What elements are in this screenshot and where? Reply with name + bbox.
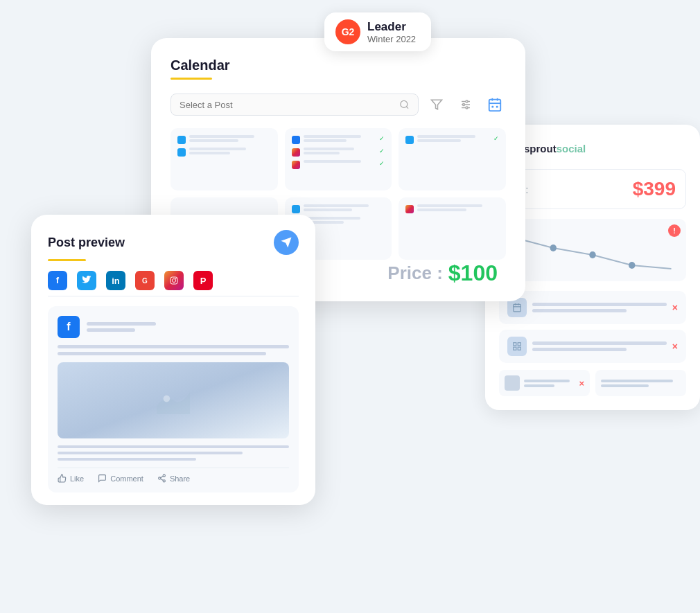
post-line xyxy=(304,217,360,220)
svg-rect-35 xyxy=(514,347,516,350)
send-button[interactable] xyxy=(274,230,299,255)
bottom-item-lines xyxy=(524,380,575,387)
post-bottom-lines xyxy=(58,445,289,461)
cal-cell-2: ✓ ✓ ✓ xyxy=(285,128,392,190)
text-line xyxy=(58,345,289,348)
cal-post-lines xyxy=(304,148,376,154)
cal-post-lines xyxy=(417,135,490,142)
bottom-line xyxy=(58,445,289,448)
tab-linkedin[interactable]: in xyxy=(106,271,125,290)
post-line xyxy=(304,152,340,154)
item-line xyxy=(532,309,627,312)
close-icon[interactable]: × xyxy=(672,302,678,313)
calendar-underline xyxy=(170,78,212,80)
svg-line-1 xyxy=(406,107,408,109)
comment-action[interactable]: Comment xyxy=(98,474,143,483)
svg-point-26 xyxy=(550,245,557,251)
post-image xyxy=(58,362,289,438)
instagram-icon xyxy=(292,148,300,157)
bottom-item-2 xyxy=(595,370,686,396)
cal-post xyxy=(405,204,499,213)
twitter-icon xyxy=(405,136,414,144)
close-icon-2[interactable]: × xyxy=(672,341,678,352)
search-icon xyxy=(399,99,410,110)
calendar-icon[interactable] xyxy=(484,94,506,116)
svg-point-23 xyxy=(163,480,165,482)
tab-maps[interactable]: G xyxy=(135,271,155,290)
svg-point-21 xyxy=(163,474,165,477)
sprout-price-row: ice : $399 xyxy=(499,169,686,209)
svg-rect-14 xyxy=(496,106,498,108)
bottom-item-1: × xyxy=(499,370,590,396)
filter-icon[interactable] xyxy=(426,94,448,116)
svg-point-6 xyxy=(466,100,468,103)
sprout-item-2: × xyxy=(499,330,686,363)
svg-rect-17 xyxy=(170,277,177,284)
user-sub-line xyxy=(87,328,135,332)
instagram-icon xyxy=(405,205,414,213)
post-line xyxy=(417,204,482,207)
tab-instagram[interactable] xyxy=(164,271,184,290)
bottom-line xyxy=(58,452,243,454)
tab-facebook[interactable]: f xyxy=(48,271,67,290)
post-line xyxy=(304,135,362,138)
tab-pinterest[interactable]: P xyxy=(193,271,213,290)
svg-point-18 xyxy=(173,279,176,283)
twitter-icon xyxy=(177,136,186,144)
search-input-wrap[interactable] xyxy=(170,94,419,116)
close-icon-3[interactable]: × xyxy=(579,378,584,389)
cal-post-lines xyxy=(189,135,271,142)
post-user-row: f xyxy=(58,316,289,338)
g2-logo-text: G2 xyxy=(342,26,355,37)
b-line xyxy=(601,380,673,382)
cal-post xyxy=(292,204,385,213)
post-avatar: f xyxy=(58,316,80,338)
svg-point-28 xyxy=(629,262,635,269)
item-line xyxy=(532,348,627,351)
sprout-brand-suffix: social xyxy=(557,143,586,154)
g2-badge: G2 Leader Winter 2022 xyxy=(324,12,431,51)
post-user-lines xyxy=(87,322,156,332)
sprout-chart: ! xyxy=(499,219,686,281)
post-line xyxy=(304,148,354,150)
share-action[interactable]: Share xyxy=(157,474,190,483)
post-line xyxy=(417,139,461,142)
cal-post: ✓ xyxy=(292,160,385,169)
tab-twitter[interactable] xyxy=(77,271,96,290)
cal-post-lines xyxy=(304,135,376,142)
svg-point-19 xyxy=(175,278,176,279)
like-label: Like xyxy=(70,474,84,483)
bottom-item-lines-2 xyxy=(601,380,681,387)
cal-post-lines xyxy=(189,148,271,154)
check-icon: ✓ xyxy=(379,148,385,154)
post-preview-card: Post preview f in G P f xyxy=(31,215,315,505)
search-input[interactable] xyxy=(180,100,394,110)
g2-text: Leader Winter 2022 xyxy=(367,20,416,44)
cal-post-lines xyxy=(304,204,385,211)
svg-point-22 xyxy=(159,477,161,479)
sprout-brand-name: sproutsocial xyxy=(524,143,586,154)
post-line xyxy=(189,135,254,138)
b-line xyxy=(524,384,554,387)
svg-point-7 xyxy=(463,104,465,106)
svg-marker-2 xyxy=(432,100,442,109)
post-line xyxy=(304,204,369,207)
bottom-item-icon xyxy=(505,375,520,391)
item-line xyxy=(532,303,667,306)
sliders-icon[interactable] xyxy=(455,94,477,116)
post-line xyxy=(417,208,466,211)
instagram-icon xyxy=(292,161,300,169)
cal-cell-6 xyxy=(399,197,506,260)
post-line xyxy=(417,135,475,138)
post-text-lines xyxy=(58,345,289,355)
sprout-bottom-row: × xyxy=(499,370,686,396)
twitter-icon xyxy=(177,148,186,157)
like-action[interactable]: Like xyxy=(58,474,84,483)
post-preview-title: Post preview xyxy=(48,236,125,250)
cal-post xyxy=(177,148,271,157)
facebook-icon xyxy=(292,136,300,144)
item-line xyxy=(532,341,667,345)
svg-point-0 xyxy=(401,100,408,107)
price-tag: Price : $100 xyxy=(387,260,498,286)
alert-icon: ! xyxy=(668,224,681,237)
